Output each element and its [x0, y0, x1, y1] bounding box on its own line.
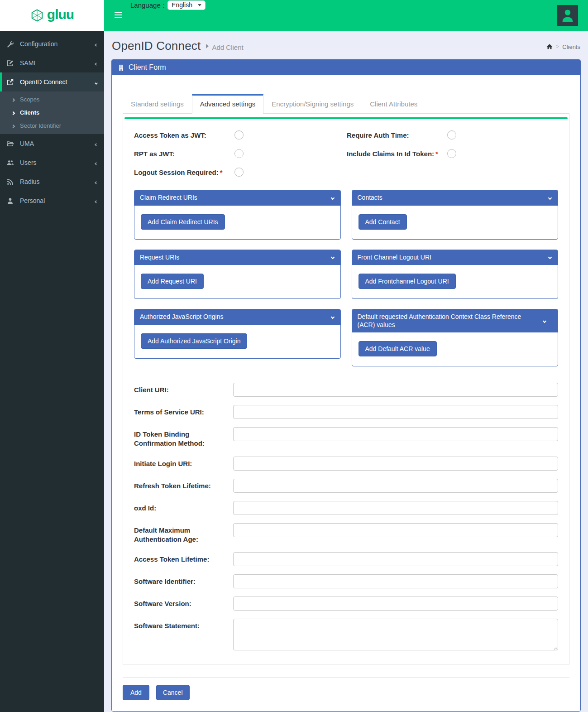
home-icon[interactable]	[546, 43, 553, 50]
include-claims-in-id-token-label: Include Claims In Id Token:*	[347, 150, 447, 158]
sidebar-item-scopes[interactable]: Scopes	[0, 93, 104, 106]
access-token-lifetime-input[interactable]	[233, 552, 558, 566]
add-claim-redirect-uris-button[interactable]: Add Claim Redirect URIs	[141, 214, 225, 230]
field-row: oxd Id:	[134, 501, 558, 515]
edit-icon	[7, 60, 15, 67]
add-button[interactable]: Add	[123, 685, 149, 700]
sidebar-item-clients[interactable]: Clients	[0, 106, 104, 119]
language-select[interactable]: English	[167, 0, 206, 10]
sidebar-item-radius[interactable]: Radius	[0, 172, 104, 191]
users-icon	[7, 159, 15, 166]
tab-standard-settings[interactable]: Standard settings	[123, 94, 192, 113]
add-authorized-javascript-origin-button[interactable]: Add Authorized JavaScript Origin	[141, 333, 247, 349]
access-token-as-jwt-toggle[interactable]	[234, 130, 244, 140]
request-uris-header[interactable]: Request URIs	[134, 250, 340, 265]
front-channel-logout-uri-header[interactable]: Front Channel Logout URI	[352, 250, 558, 265]
contacts-section: Contacts Add Contact	[352, 190, 559, 240]
sidebar-item-uma[interactable]: UMA	[0, 134, 104, 153]
add-contact-button[interactable]: Add Contact	[359, 214, 407, 230]
add-request-uri-button[interactable]: Add Request URI	[141, 274, 204, 289]
toggle-row: Access Token as JWT:	[134, 130, 347, 140]
chevron-left-icon	[95, 178, 97, 185]
chevron-down-icon	[542, 319, 546, 322]
tab-encryption-signing-settings[interactable]: Encryption/Signing settings	[263, 94, 362, 113]
oxd-id-input[interactable]	[233, 501, 558, 515]
sidebar-item-personal[interactable]: Personal	[0, 191, 104, 210]
sidebar-item-label: Configuration	[20, 40, 57, 48]
sidebar-item-users[interactable]: Users	[0, 153, 104, 172]
field-row: Terms of Service URI:	[134, 405, 558, 419]
tab-client-attributes[interactable]: Client Attributes	[362, 94, 425, 113]
initiate-login-uri-label: Initiate Login URI:	[134, 457, 233, 468]
openid-submenu: Scopes Clients Sector Identifier	[0, 91, 104, 134]
wrench-icon	[7, 41, 15, 48]
client-uri-input[interactable]	[233, 383, 558, 397]
sidebar: gluu Configuration SAML OpenID Connect	[0, 0, 104, 712]
authorized-javascript-origins-header[interactable]: Authorized JavaScript Origins	[134, 309, 340, 325]
sidebar-item-configuration[interactable]: Configuration	[0, 34, 104, 53]
chevron-down-icon	[330, 196, 334, 200]
required-asterisk: *	[220, 168, 223, 176]
sidebar-section-openid: OpenID Connect Scopes Clients Sector Ide…	[0, 72, 104, 134]
chevron-left-icon	[95, 40, 97, 48]
default-acr-values-section: Default requested Authentication Context…	[352, 309, 559, 366]
tab-advanced-settings[interactable]: Advanced settings	[192, 94, 264, 114]
form-fields: Client URI: Terms of Service URI: ID Tok…	[134, 383, 558, 650]
breadcrumb-separator: >	[556, 43, 559, 50]
terms-of-service-uri-input[interactable]	[233, 405, 558, 419]
brand-logo[interactable]: gluu	[0, 0, 104, 31]
refresh-token-lifetime-input[interactable]	[233, 479, 558, 493]
chevron-down-icon	[548, 255, 552, 259]
initiate-login-uri-input[interactable]	[233, 457, 558, 471]
logout-session-required-label: Logout Session Required:*	[134, 168, 234, 176]
default-acr-values-header[interactable]: Default requested Authentication Context…	[352, 309, 558, 332]
add-default-acr-value-button[interactable]: Add Default ACR value	[359, 341, 437, 356]
require-auth-time-toggle[interactable]	[447, 130, 456, 140]
toggle-options: Access Token as JWT: RPT as JWT: Logout …	[134, 130, 558, 186]
submenu-item-label: Scopes	[20, 96, 39, 103]
sidebar-item-label: Radius	[20, 178, 40, 185]
rpt-as-jwt-toggle[interactable]	[234, 149, 244, 158]
page-header: OpenID Connect Add Client > Clients	[104, 31, 588, 58]
section-title: Request URIs	[140, 254, 327, 262]
submenu-item-label: Clients	[20, 109, 39, 116]
settings-tabs: Standard settings Advanced settings Encr…	[123, 94, 569, 114]
breadcrumb-current: Clients	[562, 43, 580, 50]
hamburger-menu-icon[interactable]	[115, 12, 122, 19]
id-token-binding-confirmation-method-label: ID Token Binding Confirmation Method:	[134, 427, 233, 448]
main-content: OpenID Connect Add Client > Clients Clie…	[104, 31, 588, 712]
panel-title: Client Form	[129, 63, 166, 72]
logout-session-required-toggle[interactable]	[234, 168, 244, 177]
caret-right-icon	[206, 44, 209, 48]
access-token-as-jwt-label: Access Token as JWT:	[134, 131, 234, 139]
select-caret-icon	[198, 4, 201, 6]
required-asterisk: *	[435, 150, 438, 158]
sidebar-item-saml[interactable]: SAML	[0, 53, 104, 72]
id-token-binding-confirmation-method-input[interactable]	[233, 427, 558, 441]
chevron-left-icon	[95, 197, 97, 204]
software-identifier-label: Software Identifier:	[134, 574, 233, 586]
require-auth-time-label: Require Auth Time:	[347, 131, 447, 139]
claim-redirect-uris-header[interactable]: Claim Redirect URIs	[134, 190, 340, 206]
software-identifier-input[interactable]	[233, 574, 558, 588]
sidebar-item-label: OpenID Connect	[20, 78, 67, 86]
add-frontchannel-logout-uri-button[interactable]: Add Frontchannel Logout URI	[359, 274, 456, 289]
field-row: Default Maximum Authentication Age:	[134, 523, 558, 544]
chevron-left-icon	[95, 140, 97, 147]
cancel-button[interactable]: Cancel	[156, 685, 190, 700]
software-statement-textarea[interactable]	[233, 619, 558, 650]
user-avatar[interactable]	[557, 5, 578, 26]
default-maximum-authentication-age-input[interactable]	[233, 523, 558, 537]
contacts-header[interactable]: Contacts	[352, 190, 558, 206]
software-statement-label: Software Statement:	[134, 619, 233, 630]
panel-body: Standard settings Advanced settings Encr…	[112, 75, 580, 711]
software-version-input[interactable]	[233, 597, 558, 611]
section-title: Contacts	[358, 194, 545, 202]
chevron-left-icon	[95, 159, 97, 166]
include-claims-in-id-token-toggle[interactable]	[447, 149, 456, 158]
page-subtitle: Add Client	[212, 43, 243, 51]
sidebar-item-sector-identifier[interactable]: Sector Identifier	[0, 119, 104, 132]
sidebar-item-openid-connect[interactable]: OpenID Connect	[0, 72, 104, 91]
section-title: Default requested Authentication Context…	[358, 313, 539, 329]
language-group: Language : English	[130, 0, 206, 10]
